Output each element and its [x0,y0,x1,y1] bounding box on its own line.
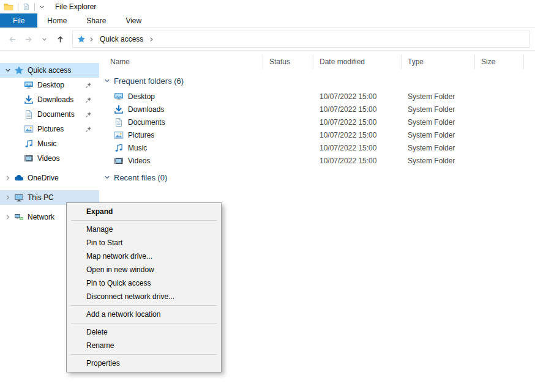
arrow-right-icon [24,35,33,44]
file-type: System Folder [402,144,475,152]
column-header-date-modified[interactable]: Date modified [313,54,402,69]
sidebar-label-downloads: Downloads [37,95,73,104]
file-type: System Folder [402,105,475,114]
qat-customize-chevron-icon[interactable] [39,4,45,10]
back-button[interactable] [5,32,20,46]
toolbar-separator [34,3,35,11]
file-date-modified: 10/07/2022 15:00 [313,131,402,139]
sidebar-item-music[interactable]: Music [0,136,99,151]
documents-icon [24,109,34,119]
sidebar-label-network: Network [28,213,54,221]
sidebar-item-onedrive[interactable]: OneDrive [0,171,99,185]
breadcrumb-chevron-icon[interactable] [89,37,94,42]
file-row-music[interactable]: Music 10/07/2022 15:00 System Folder [99,141,535,154]
chevron-down-icon[interactable] [5,67,11,73]
tab-share[interactable]: Share [77,13,116,28]
chevron-right-icon[interactable] [5,214,11,220]
group-header-frequent-folders[interactable]: Frequent folders (6) [99,74,535,87]
pin-icon [85,97,92,103]
this-pc-icon [14,193,24,202]
sidebar-item-quick-access[interactable]: Quick access [0,63,99,78]
menu-item-pin-to-quick-access[interactable]: Pin to Quick access [67,276,221,290]
menu-item-delete[interactable]: Delete [67,325,221,339]
chevron-right-icon[interactable] [5,175,11,181]
tab-home[interactable]: Home [37,13,77,28]
menu-separator [71,220,217,221]
window-title: File Explorer [55,2,96,11]
forward-button[interactable] [21,32,36,46]
videos-icon [24,153,34,163]
pictures-icon [24,124,34,134]
quick-access-toolbar-button-icon[interactable] [23,3,30,10]
chevron-down-icon [42,37,47,42]
file-row-videos[interactable]: Videos 10/07/2022 15:00 System Folder [99,154,535,167]
menu-item-disconnect-network-drive[interactable]: Disconnect network drive... [67,290,221,303]
context-menu: Expand Manage Pin to Start Map network d… [66,202,222,372]
menu-item-pin-to-start[interactable]: Pin to Start [67,236,221,250]
column-header-status[interactable]: Status [263,54,313,69]
file-row-downloads[interactable]: Downloads 10/07/2022 15:00 System Folder [99,103,535,116]
up-button[interactable] [53,32,67,46]
breadcrumb-chevron-icon[interactable] [149,37,154,42]
videos-icon [114,156,124,166]
navigation-bar: Quick access [0,28,535,51]
menu-item-map-network-drive[interactable]: Map network drive... [67,250,221,263]
file-type: System Folder [402,157,475,165]
file-type: System Folder [402,118,475,127]
chevron-down-icon [104,174,110,180]
file-name: Pictures [128,131,154,139]
file-date-modified: 10/07/2022 15:00 [313,144,402,152]
sidebar-label-desktop: Desktop [37,81,64,89]
menu-item-expand[interactable]: Expand [67,205,221,218]
menu-item-rename[interactable]: Rename [67,339,221,352]
file-row-desktop[interactable]: Desktop 10/07/2022 15:00 System Folder [99,90,535,103]
menu-item-open-in-new-window[interactable]: Open in new window [67,263,221,276]
file-type: System Folder [402,131,475,139]
sidebar-item-documents[interactable]: Documents [0,107,99,122]
pin-icon [85,111,92,118]
sidebar-spacer [0,185,99,190]
sidebar-item-pictures[interactable]: Pictures [0,122,99,136]
title-bar: File Explorer [0,0,535,13]
file-date-modified: 10/07/2022 15:00 [313,118,402,127]
downloads-icon [24,95,34,105]
pin-icon [85,82,92,89]
file-type: System Folder [402,92,475,101]
breadcrumb-quick-access[interactable]: Quick access [97,35,146,43]
file-date-modified: 10/07/2022 15:00 [313,157,402,165]
music-icon [24,139,34,149]
recent-locations-dropdown[interactable] [37,32,51,46]
column-header-type[interactable]: Type [402,54,475,69]
sidebar-label-pictures: Pictures [37,125,64,133]
tab-view[interactable]: View [116,13,151,28]
sidebar-spacer [0,166,99,171]
file-row-documents[interactable]: Documents 10/07/2022 15:00 System Folder [99,116,535,128]
documents-icon [114,117,124,127]
pictures-icon [114,130,124,140]
chevron-right-icon[interactable] [5,194,11,201]
column-header-name[interactable]: Name [99,54,263,69]
menu-separator [71,305,217,306]
sidebar-item-downloads[interactable]: Downloads [0,92,99,107]
group-label-frequent-folders: Frequent folders (6) [114,76,184,86]
menu-item-properties[interactable]: Properties [67,357,221,370]
address-bar[interactable]: Quick access [72,31,530,48]
menu-item-manage[interactable]: Manage [67,223,221,236]
quick-access-star-icon [14,65,24,75]
tab-file[interactable]: File [0,13,37,28]
menu-separator [71,354,217,355]
desktop-icon [114,92,124,102]
sidebar-item-desktop[interactable]: Desktop [0,78,99,92]
file-row-pictures[interactable]: Pictures 10/07/2022 15:00 System Folder [99,128,535,141]
sidebar-item-videos[interactable]: Videos [0,151,99,166]
sidebar-label-music: Music [37,139,56,148]
column-header-size[interactable]: Size [475,54,524,69]
sidebar-label-this-pc: This PC [28,193,54,202]
onedrive-cloud-icon [14,173,24,183]
group-header-recent-files[interactable]: Recent files (0) [99,171,535,184]
music-icon [114,143,124,153]
pin-icon [85,126,92,133]
menu-item-add-a-network-location[interactable]: Add a network location [67,308,221,321]
desktop-icon [24,80,34,90]
file-name: Downloads [128,105,164,114]
